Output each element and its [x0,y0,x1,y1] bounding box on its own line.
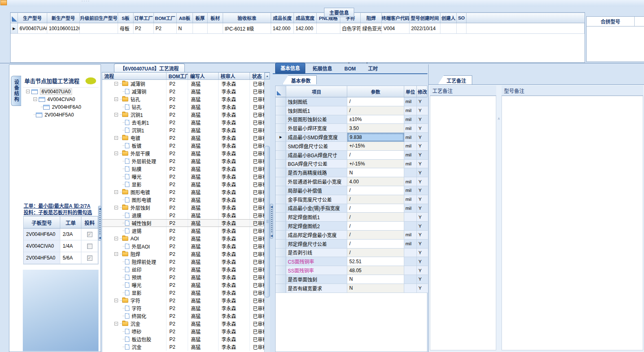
process-auditor-cell[interactable]: 李永森 [219,80,250,88]
main-info-cell[interactable] [317,23,340,33]
process-step-label[interactable]: 外层干膜 [130,150,150,157]
process-step-label[interactable]: 外层AOI [131,243,150,250]
process-row[interactable]: ┈曝光P2高猛李永森已审核 [102,281,270,289]
process-factory-cell[interactable]: P2 [166,142,188,150]
tree-expander-icon[interactable]: − [114,322,118,326]
main-info-cell[interactable]: 白色字符 [340,23,361,33]
process-step-label[interactable]: 碱性蚀刻 [131,220,151,227]
param-value-cell[interactable]: / [347,231,404,240]
param-row-selector[interactable] [276,151,286,160]
process-row[interactable]: −┈沉金P2高猛李永森已审核 [102,320,270,328]
param-modify-cell[interactable]: Y [417,186,428,195]
process-auditor-cell[interactable]: 李永森 [219,242,250,250]
param-modify-cell[interactable]: Y [417,160,428,169]
process-status-cell[interactable]: 已审核 [250,196,265,204]
process-factory-cell[interactable]: P2 [166,180,188,188]
tree-expander-icon[interactable]: − [33,97,37,101]
param-modify-cell[interactable]: Y [417,204,428,213]
process-step-label[interactable]: 减薄铜 [131,88,146,95]
main-info-column-header[interactable]: BOM工厂 [154,13,177,23]
param-unit-cell[interactable]: mil [404,133,417,142]
process-auditor-cell[interactable]: 李永森 [219,196,250,204]
process-auditor-cell[interactable]: 李永森 [219,134,250,142]
param-unit-cell[interactable] [404,249,417,257]
process-status-cell[interactable]: 已审核 [250,111,265,119]
param-modify-cell[interactable]: Y [417,97,428,106]
param-value-cell[interactable]: / [347,240,404,249]
sub-board-model-cell[interactable]: 4V004CIVA0 [24,240,60,252]
process-step-cell[interactable]: ┈钻孔 [102,103,166,111]
process-status-cell[interactable]: 已审核 [250,204,265,211]
feed-checkbox[interactable]: ✓ [87,255,92,261]
param-row-selector[interactable] [276,284,286,293]
process-factory-cell[interactable]: P2 [166,258,188,266]
param-row[interactable]: 外层通道补偿后最小宽度4.00milY [276,177,427,186]
param-value-cell[interactable]: / [347,222,404,231]
sub-board-fed-cell[interactable]: ✓ [81,229,98,240]
param-item-cell[interactable]: SMD焊盘尺寸公差 [286,142,347,151]
process-status-cell[interactable]: 已审核 [250,273,265,281]
process-row[interactable]: ┈预烘P2高猛李永森已审核 [102,273,270,281]
model-notes-textarea[interactable] [502,96,643,350]
process-step-label[interactable]: 减薄铜 [130,80,145,87]
scroll-up-arrow-icon[interactable]: ∧ [497,117,500,121]
process-row[interactable]: ┈碱性蚀刻P2高猛李永森已审核 [102,219,270,227]
param-value-cell[interactable]: / [347,249,404,257]
process-step-cell[interactable]: ┈丝印 [102,266,166,273]
process-writer-cell[interactable]: 高猛 [188,281,219,289]
param-row-selector[interactable] [276,204,286,213]
param-row-selector[interactable]: ▶ [276,133,286,142]
process-status-cell[interactable]: 已审核 [250,142,265,150]
param-value-cell[interactable]: N [347,284,404,293]
process-step-label[interactable]: 沉金 [131,343,141,350]
process-auditor-cell[interactable]: 李永森 [219,103,250,111]
process-row[interactable]: −┈沉铜1P2高猛李永森已审核 [102,111,270,119]
process-step-label[interactable]: 显影 [131,289,141,296]
process-row[interactable]: −┈字符P2高猛李永森已审核 [102,297,270,304]
collapse-left-arrow-icon[interactable]: ◀ [99,236,101,239]
param-value-cell[interactable]: / [347,195,404,204]
params-column-header[interactable]: 参数 [347,86,404,97]
process-factory-cell[interactable]: P2 [166,95,188,103]
process-status-cell[interactable]: 已审核 [250,297,265,304]
process-writer-cell[interactable]: 高猛 [188,119,219,126]
tree-node[interactable]: ┈2V004HF6A0 [23,103,99,111]
process-factory-cell[interactable]: P2 [166,134,188,142]
process-step-label[interactable]: 沉铜1 [130,111,143,118]
sub-board-model-cell[interactable]: 2V004HF6A0 [24,229,60,240]
sub-board-model-cell[interactable]: 2V004HF5A0 [24,252,60,264]
process-writer-cell[interactable]: 高猛 [188,297,219,304]
process-auditor-cell[interactable]: 李永森 [219,320,250,328]
param-modify-cell[interactable]: Y [417,240,428,249]
param-row[interactable]: 成品最小金(锡)手指宽度/milY [276,204,427,213]
process-factory-cell[interactable]: P2 [166,211,188,219]
process-row[interactable]: −┈电镀P2高猛李永森已审核 [102,134,270,142]
process-writer-cell[interactable]: 高猛 [188,320,219,328]
process-row[interactable]: ┈减薄铜P2高猛李永森已审核 [102,88,270,95]
process-step-cell[interactable]: −┈外层蚀刻 [102,204,166,211]
feed-checkbox[interactable]: ✓ [87,232,92,237]
process-writer-cell[interactable]: 高猛 [188,335,219,343]
process-row[interactable]: ┈显影P2高猛李永森已审核 [102,180,270,188]
process-step-label[interactable]: 显影 [131,181,141,188]
process-row[interactable]: ┈板边包胶P2高猛李永森已审核 [102,335,270,343]
scroll-up-button[interactable]: ▲ [265,73,270,79]
process-status-cell[interactable]: 已审核 [250,227,265,235]
main-info-cell[interactable]: N [177,23,193,33]
process-factory-cell[interactable]: P2 [166,242,188,250]
process-step-label[interactable]: 曝光 [131,173,141,180]
sub-board-fed-cell[interactable] [81,240,98,252]
process-writer-cell[interactable]: 高猛 [188,258,219,266]
param-row-selector[interactable] [276,266,286,275]
process-factory-cell[interactable]: P2 [166,126,188,134]
process-step-cell[interactable]: −┈字符 [102,297,166,304]
tree-node-label[interactable]: 6V00407UA0 [40,88,72,95]
param-unit-cell[interactable] [404,213,417,222]
process-writer-cell[interactable]: 高猛 [188,220,219,227]
param-modify-cell[interactable]: Y [417,168,428,177]
main-info-column-header[interactable]: 订单工厂 [134,13,154,23]
process-status-cell[interactable]: 已审核 [250,304,265,312]
tree-expander-icon[interactable]: − [114,252,118,256]
param-modify-cell[interactable]: Y [417,133,428,142]
tab-basic-params[interactable]: 基本参数 [283,75,317,84]
